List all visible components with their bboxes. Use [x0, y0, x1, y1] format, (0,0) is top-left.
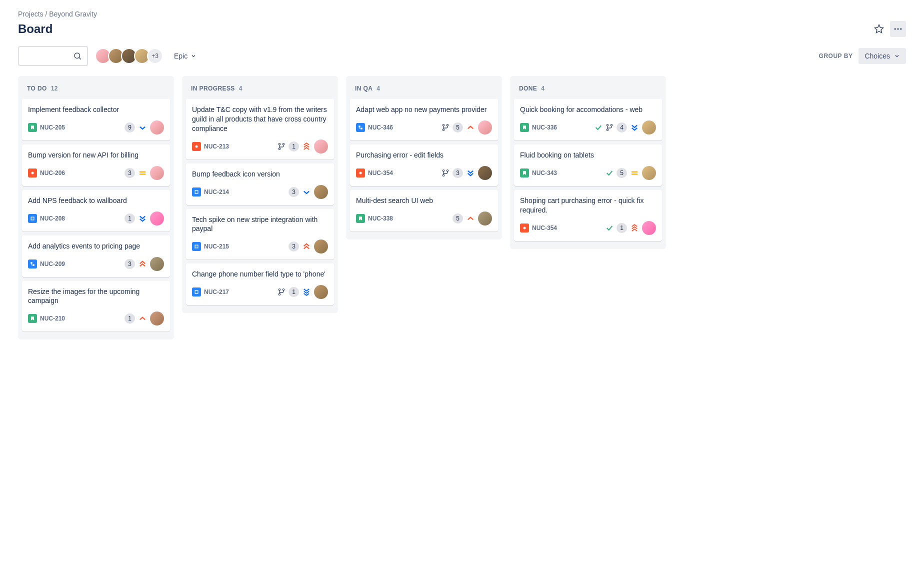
issue-key: NUC-346: [368, 124, 393, 131]
breadcrumb-project[interactable]: Beyond Gravity: [49, 10, 97, 18]
branch-icon: [606, 124, 614, 132]
issue-card[interactable]: Add analytics events to pricing page NUC…: [22, 236, 170, 277]
issue-card[interactable]: Purchasing error - edit fields NUC-354 3: [350, 144, 498, 186]
column-count: 4: [541, 85, 544, 92]
card-title: Bump version for new API for billing: [28, 150, 164, 160]
svg-point-24: [443, 124, 444, 126]
chevron-down-icon: [894, 53, 900, 59]
assignee-avatar[interactable]: [478, 166, 492, 180]
column-name: IN QA: [355, 85, 372, 92]
card-title: Update T&C copy with v1.9 from the write…: [192, 105, 328, 134]
assignee-avatar[interactable]: [478, 212, 492, 226]
issue-card[interactable]: Change phone number field type to 'phone…: [186, 264, 334, 305]
priority-icon: [466, 214, 475, 223]
assignee-avatar[interactable]: [478, 120, 492, 134]
issue-card[interactable]: Multi-dest search UI web NUC-338 5: [350, 190, 498, 232]
breadcrumb: Projects / Beyond Gravity: [18, 10, 906, 18]
svg-point-26: [443, 129, 444, 130]
assignee-avatar[interactable]: [314, 240, 328, 254]
column-name: IN PROGRESS: [191, 85, 235, 92]
assignee-avatar[interactable]: [642, 120, 656, 134]
assignee-avatar[interactable]: [150, 120, 164, 134]
search-input[interactable]: [18, 46, 88, 66]
board-column: IN PROGRESS 4 Update T&C copy with v1.9 …: [182, 76, 338, 313]
issue-key: NUC-205: [40, 124, 65, 131]
card-title: Change phone number field type to 'phone…: [192, 270, 328, 279]
column-name: DONE: [519, 85, 537, 92]
assignee-avatar[interactable]: [150, 312, 164, 326]
issue-key: NUC-215: [204, 243, 229, 250]
assignee-avatar[interactable]: [150, 257, 164, 271]
svg-rect-9: [31, 217, 34, 220]
done-check-icon: [606, 169, 614, 177]
issue-type-icon: [356, 168, 365, 178]
issue-card[interactable]: Tech spike on new stripe integration wit…: [186, 209, 334, 260]
assignee-avatar[interactable]: [314, 185, 328, 199]
priority-icon: [138, 214, 147, 223]
issue-card[interactable]: Bump feedback icon version NUC-214 3: [186, 164, 334, 205]
priority-icon: [138, 123, 147, 132]
more-actions-button[interactable]: [890, 21, 906, 37]
column-header: IN PROGRESS 4: [186, 83, 334, 99]
card-title: Implement feedback collector: [28, 105, 164, 114]
assignee-avatar[interactable]: [314, 285, 328, 299]
issue-key: NUC-208: [40, 215, 65, 222]
issue-card[interactable]: Fluid booking on tablets NUC-343 5: [514, 144, 662, 186]
issue-type-icon: [28, 168, 37, 178]
issue-card[interactable]: Resize the images for the upcoming campa…: [22, 281, 170, 332]
issue-card[interactable]: Adapt web app no new payments provider N…: [350, 99, 498, 140]
issue-key: NUC-343: [532, 170, 557, 176]
issue-card[interactable]: Shoping cart purchasing error - quick fi…: [514, 190, 662, 241]
branch-icon: [278, 142, 286, 150]
svg-rect-23: [360, 128, 362, 129]
priority-icon: [630, 123, 639, 132]
card-title: Quick booking for accomodations - web: [520, 105, 656, 114]
svg-point-15: [279, 148, 280, 150]
board-column: TO DO 12 Implement feedback collector NU…: [18, 76, 174, 340]
issue-key: NUC-336: [532, 124, 557, 131]
priority-icon: [630, 168, 639, 178]
column-header: DONE 4: [514, 83, 662, 99]
svg-rect-18: [195, 290, 198, 294]
more-icon: [893, 24, 903, 34]
groupby-dropdown[interactable]: Choices: [858, 48, 906, 64]
epic-filter-dropdown[interactable]: Epic: [170, 49, 200, 63]
avatar-overflow[interactable]: +3: [147, 48, 163, 64]
story-points-badge: 1: [124, 314, 135, 324]
story-points-badge: 4: [616, 122, 627, 132]
issue-key: NUC-209: [40, 260, 65, 268]
svg-point-32: [611, 124, 612, 126]
breadcrumb-root[interactable]: Projects: [18, 10, 44, 18]
svg-point-14: [283, 143, 284, 144]
story-points-badge: 1: [288, 142, 299, 152]
issue-type-icon: [192, 142, 201, 151]
done-check-icon: [606, 224, 614, 232]
assignee-avatar[interactable]: [642, 166, 656, 180]
issue-key: NUC-210: [40, 315, 65, 322]
priority-icon: [466, 168, 475, 178]
issue-card[interactable]: Add NPS feedback to wallboard NUC-208 1: [22, 190, 170, 232]
issue-key: NUC-214: [204, 188, 229, 196]
issue-key: NUC-213: [204, 143, 229, 150]
branch-icon: [442, 169, 450, 177]
issue-key: NUC-217: [204, 288, 229, 296]
story-points-badge: 9: [124, 122, 135, 132]
svg-point-20: [283, 289, 284, 290]
card-title: Purchasing error - edit fields: [356, 150, 492, 160]
assignee-avatar[interactable]: [642, 221, 656, 235]
svg-point-3: [900, 28, 902, 30]
issue-card[interactable]: Update T&C copy with v1.9 from the write…: [186, 99, 334, 160]
svg-point-6: [32, 172, 34, 174]
board-column: IN QA 4 Adapt web app no new payments pr…: [346, 76, 502, 240]
story-points-badge: 3: [288, 242, 299, 252]
issue-card[interactable]: Quick booking for accomodations - web NU…: [514, 99, 662, 140]
issue-card[interactable]: Implement feedback collector NUC-205 9: [22, 99, 170, 140]
assignee-avatar[interactable]: [150, 166, 164, 180]
star-button[interactable]: [871, 21, 887, 37]
svg-point-33: [607, 129, 608, 130]
svg-rect-16: [195, 190, 198, 194]
assignee-avatar[interactable]: [314, 140, 328, 154]
issue-card[interactable]: Bump version for new API for billing NUC…: [22, 144, 170, 186]
assignee-filter-avatars: +3: [95, 48, 163, 64]
assignee-avatar[interactable]: [150, 212, 164, 226]
